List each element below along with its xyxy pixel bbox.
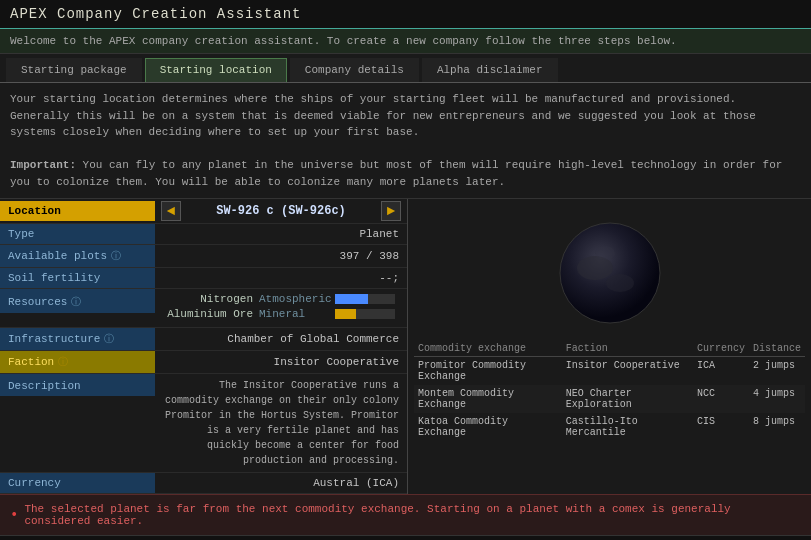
aluminium-bar — [335, 309, 356, 319]
planet-svg — [550, 213, 670, 333]
distance-3: 8 jumps — [749, 413, 805, 441]
welcome-section: Welcome to the APEX company creation ass… — [0, 29, 811, 54]
available-plots-info-icon[interactable]: ⓘ — [111, 249, 121, 263]
infrastructure-info-icon[interactable]: ⓘ — [104, 332, 114, 346]
commodity-table: Commodity exchange Faction Currency Dist… — [414, 341, 805, 441]
location-nav: ◄ SW-926 c (SW-926c) ► — [155, 199, 407, 223]
col-distance: Distance — [749, 341, 805, 357]
tab-starting-location[interactable]: Starting location — [145, 58, 287, 82]
desc-line-3: Important: You can fly to any planet in … — [10, 157, 801, 190]
available-plots-row: Available plots ⓘ 397 / 398 — [0, 245, 407, 268]
infrastructure-value: Chamber of Global Commerce — [155, 328, 407, 350]
faction-1[interactable]: Insitor Cooperative — [562, 357, 693, 386]
aluminium-type: Mineral — [259, 308, 329, 320]
col-exchange: Commodity exchange — [414, 341, 562, 357]
faction-3[interactable]: Castillo-Ito Mercantile — [562, 413, 693, 441]
currency-value: Austral (ICA) — [155, 473, 407, 493]
faction-row: Faction ⓘ Insitor Cooperative — [0, 351, 407, 374]
soil-fertility-label: Soil fertility — [0, 268, 155, 288]
faction-value: Insitor Cooperative — [155, 351, 407, 373]
main-content: Location ◄ SW-926 c (SW-926c) ► Type Pla… — [0, 199, 811, 494]
nitrogen-bar — [335, 294, 368, 304]
type-row: Type Planet — [0, 224, 407, 245]
location-label: Location — [0, 201, 155, 221]
col-faction: Faction — [562, 341, 693, 357]
svg-point-2 — [606, 274, 634, 292]
exchange-2: Montem Commodity Exchange — [414, 385, 562, 413]
warning-icon: • — [10, 507, 18, 523]
right-panel: Commodity exchange Faction Currency Dist… — [408, 199, 811, 494]
currency-2: NCC — [693, 385, 749, 413]
description-value: The Insitor Cooperative runs a commodity… — [155, 374, 407, 472]
type-label: Type — [0, 224, 155, 244]
available-plots-value: 397 / 398 — [155, 245, 407, 267]
distance-1: 2 jumps — [749, 357, 805, 386]
tab-company-details[interactable]: Company details — [290, 58, 419, 82]
col-currency: Currency — [693, 341, 749, 357]
tab-starting-package[interactable]: Starting package — [6, 58, 142, 82]
description-row: Description The Insitor Cooperative runs… — [0, 374, 407, 473]
faction-info-icon[interactable]: ⓘ — [58, 355, 68, 369]
type-value: Planet — [155, 224, 407, 244]
table-row: Promitor Commodity Exchange Insitor Coop… — [414, 357, 805, 386]
faction-2[interactable]: NEO Charter Exploration — [562, 385, 693, 413]
table-row: Katoa Commodity Exchange Castillo-Ito Me… — [414, 413, 805, 441]
location-row: Location ◄ SW-926 c (SW-926c) ► — [0, 199, 407, 224]
tab-bar: Starting packageStarting locationCompany… — [0, 54, 811, 83]
title-bar: APEX Company Creation Assistant — [0, 0, 811, 29]
infrastructure-row: Infrastructure ⓘ Chamber of Global Comme… — [0, 328, 407, 351]
available-plots-label: Available plots ⓘ — [0, 245, 155, 267]
location-next-button[interactable]: ► — [381, 201, 401, 221]
description-label: Description — [0, 374, 155, 396]
warning-text: The selected planet is far from the next… — [24, 503, 801, 527]
currency-3: CIS — [693, 413, 749, 441]
table-row: Montem Commodity Exchange NEO Charter Ex… — [414, 385, 805, 413]
resources-label: Resources ⓘ — [0, 289, 155, 313]
distance-2: 4 jumps — [749, 385, 805, 413]
exchange-1: Promitor Commodity Exchange — [414, 357, 562, 386]
aluminium-bar-container — [335, 309, 395, 319]
nitrogen-type: Atmospheric — [259, 293, 329, 305]
resources-info-icon[interactable]: ⓘ — [71, 295, 81, 309]
left-panel: Location ◄ SW-926 c (SW-926c) ► Type Pla… — [0, 199, 408, 494]
faction-label: Faction ⓘ — [0, 351, 155, 373]
currency-row: Currency Austral (ICA) — [0, 473, 407, 494]
app-title: APEX Company Creation Assistant — [10, 6, 301, 22]
soil-fertility-value: --; — [155, 268, 407, 288]
svg-point-3 — [595, 246, 615, 260]
infrastructure-label: Infrastructure ⓘ — [0, 328, 155, 350]
planet-visual — [550, 213, 670, 333]
soil-fertility-row: Soil fertility --; — [0, 268, 407, 289]
nitrogen-label: Nitrogen — [163, 293, 253, 305]
exchange-3: Katoa Commodity Exchange — [414, 413, 562, 441]
bottom-bar: CREATE — [0, 535, 811, 540]
tab-alpha-disclaimer[interactable]: Alpha disclaimer — [422, 58, 558, 82]
currency-1: ICA — [693, 357, 749, 386]
currency-label: Currency — [0, 473, 155, 493]
resources-row: Resources ⓘ Nitrogen Atmospheric Alumini… — [0, 289, 407, 328]
resource-nitrogen: Nitrogen Atmospheric — [163, 293, 399, 305]
resources-area: Nitrogen Atmospheric Aluminium Ore Miner… — [155, 289, 407, 327]
resource-aluminium: Aluminium Ore Mineral — [163, 308, 399, 320]
nitrogen-bar-container — [335, 294, 395, 304]
desc-line-1: Your starting location determines where … — [10, 91, 801, 108]
warning-bar: • The selected planet is far from the ne… — [0, 494, 811, 535]
description-section: Your starting location determines where … — [0, 83, 811, 199]
location-name: SW-926 c (SW-926c) — [216, 204, 346, 218]
desc-line-2: Generally this will be on a system that … — [10, 108, 801, 141]
aluminium-label: Aluminium Ore — [163, 308, 253, 320]
welcome-text: Welcome to the APEX company creation ass… — [10, 35, 677, 47]
location-prev-button[interactable]: ◄ — [161, 201, 181, 221]
